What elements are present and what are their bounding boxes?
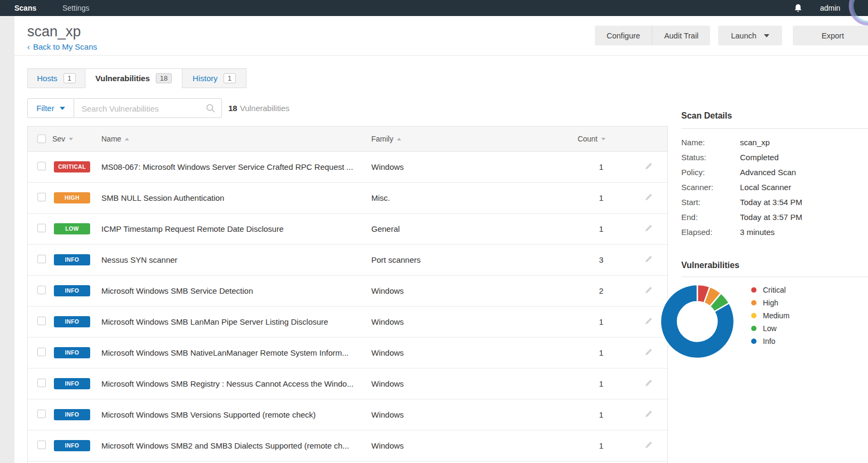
header-divider — [14, 55, 868, 56]
row-checkbox-cell — [28, 224, 52, 234]
edit-cell — [608, 285, 667, 296]
severity-badge: INFO — [54, 285, 90, 296]
severity-badge: INFO — [54, 347, 90, 358]
vulnerability-name[interactable]: Microsoft Windows SMB Service Detection — [101, 286, 371, 295]
scan-details-list: Name: scan_xp Status: Completed Policy: … — [681, 135, 868, 239]
table-row[interactable]: INFO Microsoft Windows SMB2 and SMB3 Dia… — [28, 430, 667, 461]
back-to-my-scans-link[interactable]: ‹Back to My Scans — [27, 42, 97, 51]
table-row[interactable]: INFO Nessus SYN scanner Port scanners 3 — [28, 245, 667, 276]
vulnerability-name[interactable]: SMB NULL Session Authentication — [101, 193, 371, 202]
family-value: Windows — [371, 441, 554, 450]
table-row[interactable]: HIGH SMB NULL Session Authentication Mis… — [28, 183, 667, 214]
row-checkbox[interactable] — [37, 317, 46, 325]
edit-pencil-icon[interactable] — [644, 440, 654, 449]
select-all-checkbox[interactable] — [37, 135, 46, 143]
vulnerability-name[interactable]: Microsoft Windows SMB Registry : Nessus … — [101, 379, 371, 388]
column-header-family[interactable]: Family — [371, 135, 554, 143]
table-row[interactable]: INFO Microsoft Windows SMB Versions Supp… — [28, 399, 667, 430]
row-checkbox-cell — [28, 317, 52, 327]
scan-detail-row: Status: Completed — [681, 150, 868, 164]
edit-pencil-icon[interactable] — [644, 316, 654, 325]
detail-value: 3 minutes — [740, 227, 775, 237]
column-header-sev[interactable]: Sev — [52, 135, 101, 143]
table-row[interactable]: LOW ICMP Timestamp Request Remote Date D… — [28, 214, 667, 245]
table-row[interactable]: INFO Microsoft Windows SMB Registry : Ne… — [28, 368, 667, 399]
configure-audit-button-group: Configure Audit Trail — [595, 26, 710, 45]
row-checkbox[interactable] — [37, 224, 46, 232]
row-checkbox-cell — [28, 162, 52, 172]
severity-badge: INFO — [54, 440, 90, 451]
edit-pencil-icon[interactable] — [644, 223, 654, 232]
family-value: Windows — [371, 286, 554, 295]
detail-label: Status: — [681, 153, 740, 162]
legend-label: Medium — [763, 311, 790, 320]
sort-indicator — [397, 138, 401, 140]
nav-user-menu[interactable]: admin — [820, 0, 840, 16]
column-header-name[interactable]: Name — [101, 135, 371, 143]
configure-button[interactable]: Configure — [595, 26, 652, 45]
detail-label: Start: — [681, 198, 740, 207]
vulnerability-name[interactable]: Microsoft Windows SMB2 and SMB3 Dialects… — [101, 441, 371, 450]
row-checkbox[interactable] — [37, 441, 46, 449]
edit-pencil-icon[interactable] — [644, 378, 654, 387]
severity-cell: INFO — [52, 254, 101, 265]
row-checkbox-cell — [28, 379, 52, 389]
family-value: Windows — [371, 348, 554, 357]
vulnerability-name[interactable]: Microsoft Windows SMB NativeLanManager R… — [101, 348, 371, 357]
vulnerability-name[interactable]: Nessus SYN scanner — [101, 255, 371, 264]
tab-vulnerabilities[interactable]: Vulnerabilities 18 — [85, 68, 182, 88]
table-row[interactable]: CRITICAL MS08-067: Microsoft Windows Ser… — [28, 152, 667, 183]
table-body: CRITICAL MS08-067: Microsoft Windows Ser… — [28, 152, 667, 461]
edit-cell — [608, 316, 667, 327]
edit-cell — [608, 409, 667, 420]
row-checkbox[interactable] — [37, 193, 46, 201]
audit-trail-button[interactable]: Audit Trail — [652, 26, 710, 45]
table-row[interactable]: INFO Microsoft Windows SMB Service Detec… — [28, 276, 667, 307]
legend-color-dot — [751, 300, 756, 305]
notifications-bell-icon[interactable] — [793, 3, 803, 13]
filter-dropdown-button[interactable]: Filter — [27, 98, 74, 118]
scan-detail-row: Name: scan_xp — [681, 135, 868, 150]
edit-pencil-icon[interactable] — [644, 347, 654, 356]
edit-cell — [608, 347, 667, 358]
edit-cell — [608, 161, 667, 172]
table-header: Sev Name Family Count — [28, 127, 667, 152]
edit-pencil-icon[interactable] — [644, 161, 654, 170]
family-value: Misc. — [371, 193, 554, 202]
nav-settings[interactable]: Settings — [62, 0, 90, 16]
row-checkbox[interactable] — [37, 379, 46, 387]
tab-bar: Hosts 1 Vulnerabilities 18 History 1 — [27, 68, 246, 88]
row-checkbox[interactable] — [37, 348, 46, 356]
divider — [681, 128, 868, 129]
table-row[interactable]: INFO Microsoft Windows SMB LanMan Pipe S… — [28, 307, 667, 338]
scan-detail-row: Start: Today at 3:54 PM — [681, 194, 868, 209]
edit-pencil-icon[interactable] — [644, 192, 654, 201]
legend-item: Info — [751, 335, 790, 348]
table-row[interactable]: INFO Microsoft Windows SMB NativeLanMana… — [28, 338, 667, 368]
row-checkbox[interactable] — [37, 410, 46, 418]
edit-pencil-icon[interactable] — [644, 285, 654, 294]
vulnerability-name[interactable]: Microsoft Windows SMB LanMan Pipe Server… — [101, 317, 371, 326]
row-checkbox[interactable] — [37, 286, 46, 294]
export-button[interactable]: Export — [793, 26, 868, 45]
vulnerability-name[interactable]: MS08-067: Microsoft Windows Server Servi… — [101, 162, 371, 171]
detail-label: End: — [681, 213, 740, 222]
tab-hosts[interactable]: Hosts 1 — [27, 68, 85, 88]
row-checkbox[interactable] — [37, 255, 46, 263]
vulnerabilities-count-text: 18Vulnerabilities — [228, 98, 290, 118]
select-all-cell — [28, 135, 52, 143]
severity-badge: CRITICAL — [54, 161, 90, 172]
vulnerabilities-table: Sev Name Family Count CRITICAL MS08-067:… — [27, 126, 668, 463]
launch-button[interactable]: Launch — [718, 26, 782, 45]
edit-pencil-icon[interactable] — [644, 409, 654, 418]
edit-pencil-icon[interactable] — [644, 254, 654, 263]
row-checkbox[interactable] — [37, 162, 46, 170]
search-vulnerabilities-input[interactable] — [81, 99, 200, 119]
vulnerability-name[interactable]: Microsoft Windows SMB Versions Supported… — [101, 410, 371, 419]
severity-cell: INFO — [52, 409, 101, 420]
tab-history[interactable]: History 1 — [182, 68, 246, 88]
column-header-count[interactable]: Count — [554, 135, 608, 143]
count-value: 3 — [554, 255, 608, 264]
vulnerability-name[interactable]: ICMP Timestamp Request Remote Date Discl… — [101, 224, 371, 233]
nav-scans[interactable]: Scans — [14, 0, 36, 16]
